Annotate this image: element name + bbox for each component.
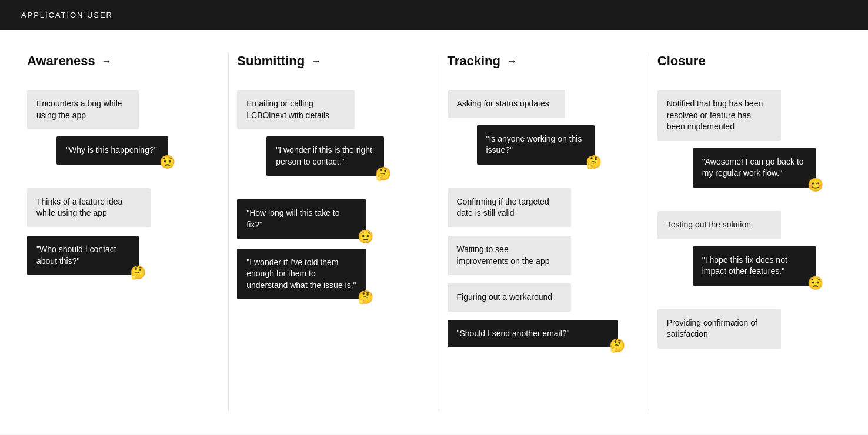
emoji-icon: 🤔	[358, 289, 373, 307]
card-group: Encounters a bug while using the app"Why…	[27, 90, 220, 172]
emoji-icon: 😟	[807, 275, 823, 293]
card-dark: "I wonder if I've told them enough for t…	[237, 249, 366, 300]
card-dark: "Is anyone working on this issue?"🤔	[477, 125, 595, 165]
card-group: "How long will this take to fix?"😟	[237, 199, 366, 239]
arrow-icon-awareness: →	[101, 55, 112, 68]
card-group: Emailing or calling LCBOlnext with detai…	[237, 90, 430, 183]
card-dark: "Awesome! I can go back to my regular wo…	[693, 148, 816, 188]
card-light: Thinks of a feature idea while using the…	[27, 188, 151, 227]
card-group: Testing out the solution"I hope this fix…	[657, 211, 850, 293]
card-light: Testing out the solution	[657, 211, 781, 239]
emoji-icon: 🤔	[375, 165, 391, 183]
column-title-awareness: Awareness	[27, 53, 95, 69]
column-divider	[649, 53, 649, 411]
column-title-submitting: Submitting	[237, 53, 305, 69]
app-title: APPLICATION USER	[21, 11, 113, 19]
emoji-icon: 😟	[358, 228, 373, 246]
column-divider	[228, 53, 229, 411]
card-group: "Should I send another email?"🤔	[448, 320, 618, 348]
emoji-icon: 🤔	[609, 337, 625, 355]
card-group: Asking for status updates"Is anyone work…	[448, 90, 640, 172]
card-light: Encounters a bug while using the app	[27, 90, 139, 129]
emoji-icon: 😟	[159, 153, 175, 172]
arrow-icon-tracking: →	[506, 55, 517, 68]
card-light: Waiting to see improvements on the app	[448, 236, 571, 275]
main-content: Awareness→Encounters a bug while using t…	[0, 30, 868, 434]
column-title-closure: Closure	[657, 53, 706, 69]
card-dark: "How long will this take to fix?"😟	[237, 199, 366, 239]
card-dark: "I wonder if this is the right person to…	[266, 136, 384, 176]
card-light: Emailing or calling LCBOlnext with detai…	[237, 90, 355, 129]
card-light: Confirming if the targeted date is still…	[448, 188, 571, 227]
card-light: Figuring out a workaround	[448, 283, 571, 312]
column-header-tracking: Tracking→	[448, 53, 640, 69]
card-group: "I wonder if I've told them enough for t…	[237, 249, 366, 300]
card-dark: "I hope this fix does not impact other f…	[693, 246, 816, 286]
column-header-awareness: Awareness→	[27, 53, 220, 69]
emoji-icon: 😊	[807, 176, 823, 195]
emoji-icon: 🤔	[130, 264, 146, 282]
column-awareness: Awareness→Encounters a bug while using t…	[21, 53, 226, 411]
card-group: Notified that bug has been resolved or f…	[657, 90, 850, 195]
column-title-tracking: Tracking	[448, 53, 500, 69]
column-tracking: Tracking→Asking for status updates"Is an…	[442, 53, 646, 411]
card-group: "Who should I contact about this?"🤔	[27, 236, 139, 275]
card-light: Asking for status updates	[448, 90, 565, 118]
column-submitting: Submitting→Emailing or calling LCBOlnext…	[231, 53, 436, 411]
column-closure: ClosureNotified that bug has been resolv…	[652, 53, 856, 411]
emoji-icon: 🤔	[586, 153, 602, 172]
arrow-icon-submitting: →	[311, 55, 321, 68]
column-header-submitting: Submitting→	[237, 53, 430, 69]
card-light: Notified that bug has been resolved or f…	[657, 90, 781, 141]
column-header-closure: Closure	[657, 53, 850, 69]
card-dark: "Who should I contact about this?"🤔	[27, 236, 139, 275]
card-light: Providing confirmation of satisfaction	[657, 309, 781, 349]
card-dark: "Why is this happening?"😟	[56, 136, 168, 165]
top-bar: APPLICATION USER	[0, 0, 868, 30]
column-divider	[439, 53, 439, 411]
card-dark: "Should I send another email?"🤔	[448, 320, 618, 348]
